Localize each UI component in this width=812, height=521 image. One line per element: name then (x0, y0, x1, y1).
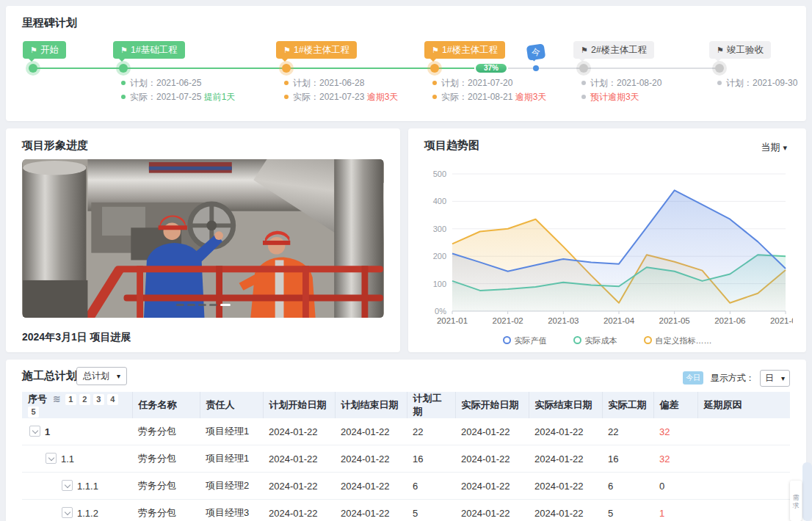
svg-text:2021-04: 2021-04 (603, 316, 635, 325)
milestone-dates: 计划：2021-09-30 (717, 76, 797, 90)
carousel-dot[interactable] (176, 304, 184, 306)
milestone-node[interactable] (715, 64, 724, 73)
table-row: 1.1.2劳务分包项目经理32024-01-222024-01-2252024-… (22, 500, 790, 521)
legend-item[interactable]: 实际产值 (503, 335, 547, 346)
actual_days-cell: 5 (602, 500, 653, 521)
column-header-3: 计划开始日期 (263, 392, 335, 418)
bullet-icon (284, 81, 289, 85)
date-note: 提前1天 (204, 92, 236, 102)
level-button-2[interactable]: 2 (79, 394, 90, 405)
today-marker: 今 (526, 43, 546, 60)
trend-title: 项目趋势图 (408, 128, 806, 153)
milestone-badge: ⚑竣工验收 (709, 41, 771, 59)
page-scrollbar[interactable] (802, 462, 812, 521)
milestone-dates: 计划：2021-08-20 预计逾期3天 (581, 76, 661, 104)
carousel-dot[interactable] (209, 304, 217, 306)
plan_end-cell: 2024-01-22 (335, 445, 407, 473)
actual_start-cell: 2024-01-22 (455, 473, 529, 500)
carousel-dot[interactable] (220, 304, 231, 306)
photo-card-title: 项目形象进度 (6, 128, 400, 153)
milestone-badge: ⚑1#楼主体工程 (276, 41, 357, 59)
flag-icon: ⚑ (432, 45, 439, 54)
table-row: 1.1劳务分包项目经理12024-01-222024-01-22162024-0… (22, 445, 790, 473)
expand-toggle-icon[interactable] (46, 453, 57, 464)
actual_end-cell: 2024-01-22 (529, 418, 602, 445)
milestone-date-line: 预计逾期3天 (581, 90, 661, 104)
actual_days-cell: 22 (602, 418, 653, 445)
flag-icon: ⚑ (283, 45, 291, 54)
plan_start-cell: 2024-01-22 (263, 500, 335, 521)
today-dot (533, 65, 539, 71)
milestone-date-line: 计划：2021-09-30 (717, 76, 797, 90)
milestone-node[interactable] (119, 64, 128, 73)
bullet-icon (717, 81, 722, 85)
date-note: 逾期3天 (367, 92, 399, 102)
column-header-1: 任务名称 (132, 392, 200, 418)
column-header-4: 计划结束日期 (335, 392, 407, 418)
expand-toggle-icon[interactable] (29, 426, 40, 437)
column-header-10: 延期原因 (697, 392, 790, 418)
level-button-1[interactable]: 1 (65, 394, 76, 405)
progress-pill: 37% (474, 62, 508, 74)
trend-chart-card: 项目趋势图 当期▾ 0%1002003004005002021-012021-0… (408, 128, 806, 352)
owner-cell: 项目经理1 (200, 418, 263, 445)
milestone-badge: ⚑1#楼主体工程 (424, 41, 505, 59)
milestone-dates: 计划：2021-06-25 实际：2021-07-25 提前1天 (121, 76, 235, 104)
display-mode-select[interactable]: 日▾ (760, 370, 790, 387)
actual_days-cell: 16 (602, 445, 653, 473)
level-button-5[interactable]: 5 (28, 407, 39, 418)
owner-cell: 项目经理1 (200, 445, 263, 473)
actual_days-cell: 6 (602, 473, 653, 500)
milestone-dates: 计划：2021-06-28 实际：2021-07-23 逾期3天 (284, 76, 398, 104)
serial-cell: 1 (22, 418, 132, 445)
carousel-dot[interactable] (198, 304, 206, 306)
svg-text:2021-01: 2021-01 (437, 316, 468, 325)
milestone-node[interactable] (430, 64, 439, 73)
delay-reason-cell (697, 418, 790, 445)
carousel-dots[interactable] (22, 298, 384, 311)
owner-cell: 项目经理2 (200, 473, 263, 500)
legend-item[interactable]: 自定义指标…… (644, 335, 712, 346)
site-photo (22, 159, 384, 318)
date-note: 逾期3天 (515, 92, 547, 102)
expand-toggle-icon[interactable] (62, 480, 73, 491)
bullet-icon (581, 95, 586, 99)
column-header-2: 责任人 (200, 392, 263, 418)
deviation-cell: 32 (653, 418, 697, 445)
period-select[interactable]: 当期▾ (761, 141, 787, 154)
layers-icon: ≋ (53, 393, 61, 404)
column-header-7: 实际结束日期 (529, 392, 602, 418)
milestone-title: 里程碑计划 (6, 6, 806, 30)
actual_end-cell: 2024-01-22 (529, 500, 602, 521)
timeline-line (33, 68, 474, 69)
expand-toggle-icon[interactable] (62, 507, 73, 518)
bullet-icon (121, 81, 126, 85)
chevron-down-icon: ▾ (781, 374, 785, 382)
schedule-table-card: 施工总计划 总计划▾ 今日 显示方式： 日▾ 序号≋12345任务名称责任人计划… (6, 360, 806, 521)
bullet-icon (432, 81, 437, 85)
schedule-table: 序号≋12345任务名称责任人计划开始日期计划结束日期计划工期实际开始日期实际结… (22, 392, 790, 521)
plan_days-cell: 22 (407, 418, 455, 445)
plan-type-select[interactable]: 总计划▾ (76, 367, 127, 385)
photo-caption: 2024年3月1日 项目进展 (22, 331, 131, 344)
side-floating-tab[interactable]: 需求 (790, 481, 802, 521)
plan_days-cell: 6 (407, 473, 455, 500)
actual_start-cell: 2024-01-22 (455, 418, 529, 445)
carousel-dot[interactable] (187, 304, 195, 306)
display-mode-label: 显示方式： (711, 373, 755, 383)
date-note: 预计逾期3天 (590, 92, 639, 102)
milestone-node[interactable] (29, 64, 37, 73)
svg-text:500: 500 (433, 170, 446, 178)
delay-reason-cell (697, 500, 790, 521)
legend-item[interactable]: 实际成本 (573, 335, 617, 346)
serial-cell: 1.1 (22, 445, 132, 473)
level-button-3[interactable]: 3 (93, 394, 104, 405)
milestone-node[interactable] (579, 64, 588, 73)
flag-icon: ⚑ (581, 45, 588, 54)
level-button-4[interactable]: 4 (107, 394, 118, 405)
milestone-node[interactable] (282, 64, 291, 73)
svg-text:2021-05: 2021-05 (659, 316, 690, 325)
milestone-date-line: 计划：2021-07-20 (432, 76, 546, 90)
flag-icon: ⚑ (717, 45, 724, 54)
table-row: 1.1.1劳务分包项目经理22024-01-222024-01-2262024-… (22, 473, 790, 500)
